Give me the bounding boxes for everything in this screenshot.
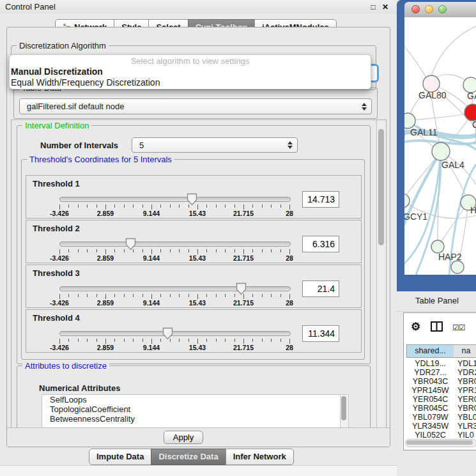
- bottom-tab-bar: Impute DataDiscretize DataInfer Network: [89, 449, 294, 465]
- numerical-attributes-label: Numerical Attributes: [39, 383, 120, 393]
- table-data-group: Table Data galFiltered.sif default node: [13, 88, 378, 119]
- table-panel-title: Table Panel: [415, 296, 459, 305]
- threshold-slider-track[interactable]: [59, 331, 291, 336]
- table-row[interactable]: YBR045CYBR0: [406, 404, 476, 413]
- threshold-value-field[interactable]: [302, 280, 339, 297]
- combobox-value: 5: [139, 141, 144, 150]
- list-item[interactable]: SelfLoops: [42, 395, 340, 404]
- cyni-toolbox-panel: Discretization Algorithm Select algorith…: [6, 27, 390, 447]
- group-title: Discretization Algorithm: [17, 41, 109, 50]
- table-row[interactable]: YDR27...YDR2: [406, 368, 476, 377]
- dropdown-prompt: Select algorithm to view settings: [10, 56, 371, 66]
- dropdown-option-equal-width-frequency[interactable]: Equal Width/Frequency Discretization: [11, 77, 369, 88]
- tab-impute-data[interactable]: Impute Data: [89, 449, 151, 465]
- slider-handle[interactable]: [162, 327, 173, 340]
- control-panel: Control Panel □ ✕ NetworkStyleSelectCyni…: [0, 0, 397, 476]
- list-item[interactable]: BetweennessCentrality: [42, 414, 340, 424]
- numerical-attributes-list: SelfLoops TopologicalCoefficient Between…: [42, 394, 341, 429]
- table-row[interactable]: YBR043CYBR0: [406, 377, 476, 386]
- list-scrollbar[interactable]: [340, 394, 349, 429]
- dropdown-option-manual-discretization[interactable]: Manual Discretization: [11, 66, 369, 77]
- panel-scrollbar-thumb[interactable]: [378, 129, 384, 245]
- attributes-to-discretize-group: Attributes to discretize Numerical Attri…: [17, 365, 371, 429]
- network-node-gal11: [404, 113, 415, 128]
- panel-scrollbar[interactable]: [376, 120, 386, 428]
- slider-handle[interactable]: [187, 193, 197, 206]
- float-window-icon[interactable]: □: [368, 0, 378, 14]
- network-window-titlebar[interactable]: [404, 2, 476, 18]
- threshold-label: Threshold 2: [33, 224, 80, 233]
- node-label: GA: [467, 91, 476, 101]
- control-panel-titlebar: Control Panel □ ✕: [0, 0, 397, 14]
- threshold-slider-track[interactable]: [59, 286, 291, 291]
- zoom-traffic-light-icon[interactable]: [438, 5, 447, 13]
- network-canvas[interactable]: GAL80 GA C GAL11 GAL4 GCY1 H HAP2: [404, 17, 476, 275]
- apply-row: Apply: [7, 427, 390, 447]
- apply-button[interactable]: Apply: [164, 431, 203, 444]
- network-view-window: GAL80 GA C GAL11 GAL4 GCY1 H HAP2: [397, 0, 476, 293]
- group-title: Attributes to discretize: [22, 361, 109, 371]
- columns-icon[interactable]: [431, 321, 443, 332]
- group-title: Threshold's Coordinates for 5 Intervals: [27, 155, 174, 164]
- select-columns-checkboxes-icon[interactable]: ☑☑: [452, 323, 465, 332]
- threshold-slider-track[interactable]: [59, 197, 291, 202]
- column-header-name[interactable]: na: [454, 344, 476, 358]
- node-label: GAL11: [410, 127, 438, 137]
- status-strip: [0, 465, 397, 476]
- threshold-label: Threshold 4: [33, 313, 80, 323]
- table-scrollbar-thumb[interactable]: [406, 440, 473, 445]
- tab-infer-network[interactable]: Infer Network: [226, 449, 294, 465]
- slider-tick-labels: -3.426 2.859 9.144 15.43 21.715 28: [59, 344, 289, 351]
- stepper-icon: [362, 103, 369, 111]
- slider-tick-labels: -3.426 2.859 9.144 15.43 21.715 28: [59, 210, 289, 217]
- table-row[interactable]: YDL19...YDL1: [406, 359, 476, 368]
- number-of-intervals-label: Number of Intervals: [40, 141, 118, 150]
- tab-discretize-data[interactable]: Discretize Data: [151, 449, 226, 465]
- table-horizontal-scrollbar[interactable]: [405, 439, 476, 447]
- threshold-label: Threshold 1: [33, 179, 80, 188]
- node-label: GAL4: [441, 160, 464, 170]
- table-data-combobox[interactable]: galFiltered.sif default node: [19, 98, 372, 114]
- node-label: GCY1: [404, 211, 427, 222]
- threshold-value-field[interactable]: [302, 191, 339, 208]
- list-scrollbar-thumb[interactable]: [341, 396, 346, 420]
- threshold-panel-4: Threshold 4 -3.426 2.859 9.144 15.43 21.…: [26, 309, 362, 353]
- threshold-value-field[interactable]: [302, 325, 339, 342]
- table-row[interactable]: YIL052CYIL0: [406, 431, 476, 440]
- close-icon[interactable]: ✕: [380, 0, 390, 14]
- threshold-slider-track[interactable]: [59, 242, 291, 247]
- threshold-value-field[interactable]: [302, 236, 339, 252]
- threshold-label: Threshold 3: [33, 268, 80, 278]
- tab-label: Impute Data: [96, 452, 144, 461]
- table-row[interactable]: YBL079WYBL0: [406, 413, 476, 422]
- settings-scroll-area: Interval Definition Number of Intervals …: [11, 119, 387, 429]
- threshold-panel-2: Threshold 2 -3.426 2.859 9.144 15.43 21.…: [26, 220, 362, 263]
- close-traffic-light-icon[interactable]: [411, 5, 420, 13]
- network-node: [451, 261, 464, 273]
- algorithm-dropdown-popup: Select algorithm to view settings Manual…: [9, 54, 371, 89]
- panel-title: Control Panel: [5, 0, 56, 14]
- stepper-icon: [288, 141, 295, 149]
- node-label: C: [472, 119, 476, 130]
- node-label: GAL80: [418, 90, 447, 100]
- slider-tick-labels: -3.426 2.859 9.144 15.43 21.715 28: [59, 254, 289, 262]
- node-table-card: ⚙ ☑☑ shared... na YDL19...YDL1 YDR27...Y…: [403, 312, 476, 450]
- table-row[interactable]: YLR345WYLR3: [406, 422, 476, 431]
- network-node-gcy1: [404, 194, 410, 208]
- minimize-traffic-light-icon[interactable]: [425, 5, 433, 13]
- node-label: H: [470, 205, 476, 215]
- tab-label: Infer Network: [233, 452, 286, 461]
- list-item[interactable]: TopologicalCoefficient: [42, 404, 340, 414]
- table-row[interactable]: YER054CYER0: [406, 395, 476, 404]
- gear-icon[interactable]: ⚙: [411, 320, 420, 334]
- number-of-intervals-combobox[interactable]: 5: [132, 137, 298, 153]
- group-title: Interval Definition: [22, 121, 91, 130]
- table-row[interactable]: YPR145WYPR1: [406, 386, 476, 395]
- slider-handle[interactable]: [125, 238, 136, 250]
- column-header-shared[interactable]: shared...: [406, 344, 454, 358]
- table-toolbar: ⚙ ☑☑: [404, 313, 476, 342]
- threshold-panel-3: Threshold 3 -3.426 2.859 9.144 15.43 21.…: [26, 265, 362, 308]
- network-node-selected: [464, 104, 476, 121]
- threshold-panel-1: Threshold 1 -3.426 2.859 9.144 15.43 21.…: [26, 175, 362, 219]
- slider-handle[interactable]: [236, 282, 247, 295]
